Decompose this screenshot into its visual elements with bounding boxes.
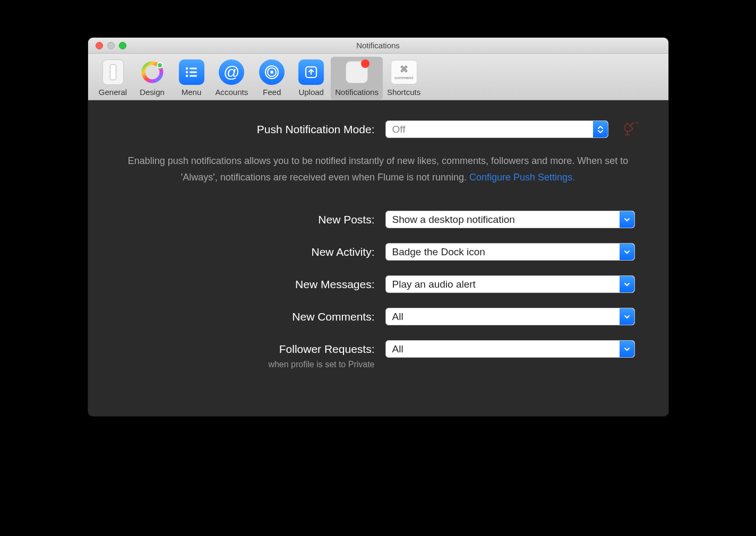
tab-label: Menu [182,88,202,97]
content-pane: Push Notification Mode: Off ✕ Enabling p… [88,100,668,416]
new-messages-select[interactable]: Play an audio alert [385,275,635,293]
switch-icon [100,59,126,85]
follower-requests-label: Follower Requests: [109,343,385,356]
satellite-dish-icon: ✕ [622,121,638,138]
push-mode-select[interactable]: Off [385,120,608,138]
push-mode-value: Off [392,124,406,135]
new-activity-value: Badge the Dock icon [392,246,485,258]
stepper-chevrons-icon [593,121,608,137]
upload-icon [298,59,324,85]
new-posts-select[interactable]: Show a desktop notification [385,211,635,228]
tab-label: Design [140,88,165,97]
at-sign-icon: @ [218,59,245,85]
tab-notifications[interactable]: Notifications [331,57,383,100]
tab-label: Feed [263,88,281,97]
svg-point-1 [157,63,162,68]
svg-point-8 [270,71,273,74]
new-activity-select[interactable]: Badge the Dock icon [385,243,635,261]
list-icon [178,59,205,85]
new-comments-label: New Comments: [109,310,385,323]
keyboard-key-icon: ⌘ command [391,59,417,85]
chevron-down-icon [620,244,634,260]
svg-rect-3 [190,68,197,70]
tab-design[interactable]: Design [133,57,172,100]
titlebar: Notifications [88,38,668,54]
tab-shortcuts[interactable]: ⌘ command Shortcuts [383,57,425,100]
svg-point-2 [185,67,187,70]
chevron-down-icon [620,211,634,228]
push-mode-label: Push Notification Mode: [109,123,385,136]
new-messages-label: New Messages: [109,278,385,291]
new-comments-select[interactable]: All [385,308,635,325]
chevron-down-icon [620,308,634,325]
tab-label: Upload [298,88,324,97]
tab-label: General [99,88,127,97]
follower-requests-value: All [392,343,403,355]
preferences-window: Notifications General [88,37,669,417]
svg-rect-5 [190,72,197,73]
svg-rect-7 [190,75,197,77]
follower-requests-sublabel: when profile is set to Private [109,360,385,369]
notification-badge-icon [343,59,370,85]
color-ring-icon [139,59,166,85]
new-comments-value: All [392,311,403,323]
tab-general[interactable]: General [93,57,133,100]
preferences-toolbar: General [88,54,668,100]
push-description: Enabling push notifications allows you t… [120,153,637,185]
svg-point-6 [185,75,187,77]
new-messages-value: Play an audio alert [392,279,476,290]
tab-label: Notifications [335,88,379,97]
chevron-down-icon [620,341,634,357]
broadcast-icon [259,59,285,85]
tab-label: Shortcuts [387,88,420,97]
tab-label: Accounts [216,88,248,97]
zoom-window-button[interactable] [119,42,126,49]
new-posts-value: Show a desktop notification [392,214,515,226]
follower-requests-select[interactable]: All [385,340,635,358]
traffic-lights [88,42,126,49]
tab-upload[interactable]: Upload [291,57,331,100]
svg-point-4 [185,71,187,73]
svg-line-12 [630,122,634,126]
tab-menu[interactable]: Menu [172,57,211,100]
minimize-window-button[interactable] [107,42,115,49]
new-posts-label: New Posts: [109,213,385,226]
configure-push-link[interactable]: Configure Push Settings. [469,172,575,183]
tab-feed[interactable]: Feed [252,57,291,100]
new-activity-label: New Activity: [109,246,385,258]
tab-accounts[interactable]: @ Accounts [211,57,253,100]
window-title: Notifications [88,41,668,50]
chevron-down-icon [620,276,634,292]
close-window-button[interactable] [96,42,103,49]
svg-text:✕: ✕ [635,121,638,126]
